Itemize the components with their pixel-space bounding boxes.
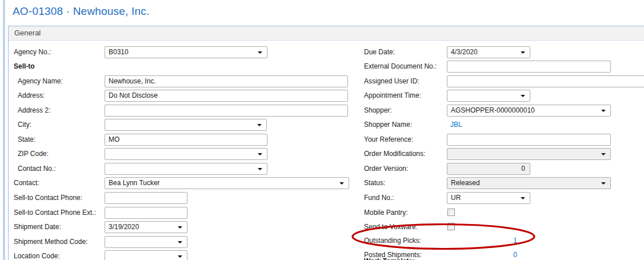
shopper-name-label: Shopper Name: — [364, 119, 412, 131]
due-date-combobox[interactable]: 4/3/2020 — [447, 46, 530, 58]
dropdown-arrow-icon[interactable] — [601, 110, 606, 112]
fund-no-combobox[interactable]: UR — [447, 192, 530, 204]
appointment-time-combobox[interactable] — [447, 90, 530, 102]
dropdown-arrow-icon[interactable] — [521, 95, 525, 97]
your-reference-label: Your Reference: — [364, 134, 413, 146]
external-document-no-label: External Document No.: — [364, 61, 437, 73]
status-combobox[interactable]: Released — [447, 177, 611, 189]
page-title: AO-01308 · Newhouse, Inc. — [13, 5, 149, 18]
dropdown-arrow-icon[interactable] — [601, 182, 606, 185]
assigned-user-id-label: Assigned User ID: — [364, 75, 419, 87]
outstanding-picks-link[interactable]: 1 — [447, 235, 517, 247]
status-value: Released — [451, 179, 480, 187]
mobile-pantry-label: Mobile Pantry: — [364, 207, 408, 219]
due-date-label: Due Date: — [364, 46, 395, 58]
mobile-pantry-checkbox[interactable] — [447, 209, 455, 216]
fund-no-value: UR — [451, 194, 461, 202]
due-date-value: 4/3/2020 — [451, 48, 478, 56]
dropdown-arrow-icon[interactable] — [521, 197, 525, 199]
dropdown-arrow-icon[interactable] — [601, 153, 606, 155]
order-version-value: 0 — [521, 165, 525, 173]
your-reference-input[interactable] — [447, 134, 611, 146]
order-modifications-label: Order Modifications: — [364, 148, 425, 160]
dropdown-arrow-icon[interactable] — [521, 51, 525, 54]
shopper-value: AGSHOPPER-0000000010 — [451, 106, 535, 114]
order-modifications-combobox[interactable] — [447, 148, 611, 160]
send-to-voxware-checkbox[interactable] — [447, 223, 455, 230]
shopper-label: Shopper: — [364, 105, 392, 117]
order-version-label: Order Version: — [364, 163, 408, 175]
appointment-time-label: Appointment Time: — [364, 90, 421, 102]
external-document-no-input[interactable] — [447, 61, 611, 73]
fund-no-label: Fund No.: — [364, 192, 394, 204]
order-version-input: 0 — [447, 163, 530, 175]
send-to-voxware-label: Send to Voxware: — [364, 221, 418, 233]
assigned-user-id-input[interactable] — [447, 75, 644, 87]
general-fasttab-header[interactable]: General — [9, 26, 644, 41]
work-template-group-label: Work Template: — [364, 255, 415, 260]
status-label: Status: — [364, 177, 385, 189]
shopper-combobox[interactable]: AGSHOPPER-0000000010 — [447, 105, 611, 117]
shopper-name-link[interactable]: JBL — [450, 119, 462, 131]
outstanding-picks-label: Outstanding Picks: — [364, 235, 421, 247]
